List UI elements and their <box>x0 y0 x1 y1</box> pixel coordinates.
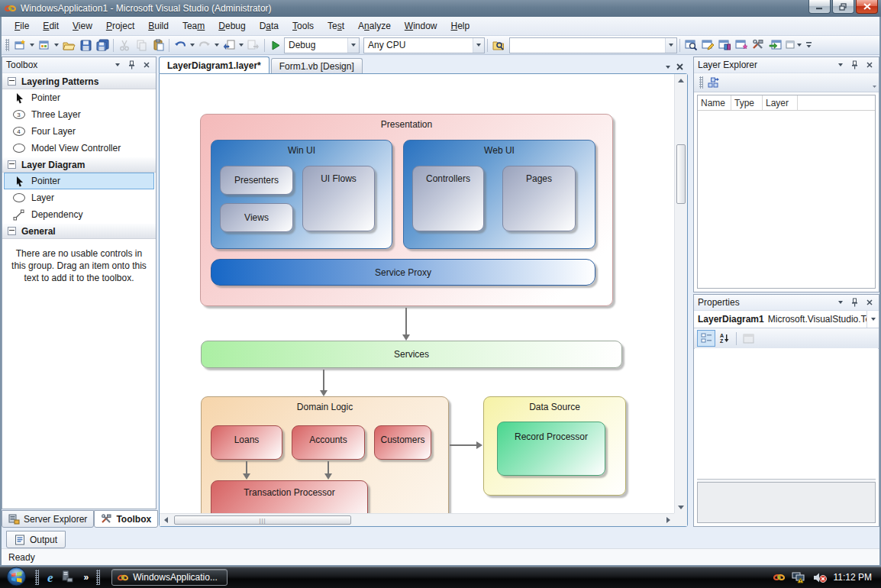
toolbox-item-three-layer[interactable]: 3 Three Layer <box>4 106 154 123</box>
tab-layerdiagram1[interactable]: LayerDiagram1.layer* <box>159 57 269 73</box>
paste-button[interactable] <box>150 37 166 53</box>
alphabetical-sort-button[interactable]: A Z <box>715 330 734 347</box>
start-button[interactable] <box>4 567 29 588</box>
properties-close-button[interactable] <box>863 297 875 308</box>
navigate-forward-button[interactable] <box>245 37 262 53</box>
quick-launch-overflow[interactable]: » <box>84 572 89 583</box>
layer-diagram-canvas[interactable]: Presentation Win UI Presenters Views UI … <box>160 74 674 513</box>
dependency-arrow[interactable] <box>323 370 324 391</box>
toolbar-overflow[interactable] <box>872 80 878 91</box>
taskbar-window-button[interactable]: WindowsApplicatio... <box>111 569 228 586</box>
menu-edit[interactable]: Edit <box>36 18 66 34</box>
dependency-arrow[interactable] <box>328 461 329 474</box>
vertical-scrollbar[interactable] <box>674 74 687 513</box>
server-explorer-tab[interactable]: Server Explorer <box>2 510 94 528</box>
toolbox-item-four-layer[interactable]: 4 Four Layer <box>4 123 154 140</box>
navigate-backward-dropdown[interactable] <box>237 37 245 53</box>
layer-customers[interactable]: Customers <box>374 425 431 460</box>
menu-project[interactable]: Project <box>99 18 141 34</box>
clock[interactable]: 11:12 PM <box>834 572 872 583</box>
toolbox-item-model-view-controller[interactable]: Model View Controller <box>4 140 154 157</box>
vs-tray-icon[interactable] <box>773 572 785 583</box>
properties-titlebar[interactable]: Properties <box>694 295 879 311</box>
redo-dropdown[interactable] <box>213 37 221 53</box>
scroll-up-button[interactable] <box>675 74 687 86</box>
toolbar-overflow-button[interactable] <box>803 37 814 53</box>
toolbox-section-layer-diagram[interactable]: Layer Diagram <box>2 157 156 173</box>
menu-help[interactable]: Help <box>444 18 477 34</box>
toolbox-button[interactable] <box>750 37 766 53</box>
toolbox-close-button[interactable] <box>140 60 152 70</box>
toolbox-item-pointer-selected[interactable]: Pointer <box>4 173 154 189</box>
solution-platform-combo[interactable]: Any CPU <box>363 37 485 53</box>
toolbar-grip[interactable] <box>699 76 703 89</box>
new-project-button[interactable] <box>11 37 28 53</box>
horizontal-scroll-thumb[interactable]: ||| <box>174 515 351 525</box>
document-list-dropdown[interactable] <box>666 66 670 69</box>
new-project-dropdown[interactable] <box>28 37 36 53</box>
layer-explorer-pin-button[interactable] <box>849 60 860 70</box>
find-combo[interactable] <box>509 37 677 53</box>
dependency-arrow[interactable] <box>405 308 407 335</box>
close-button[interactable] <box>856 0 878 14</box>
undo-dropdown[interactable] <box>189 37 196 53</box>
toolbar-grip[interactable] <box>5 39 9 51</box>
menu-tools[interactable]: Tools <box>286 18 321 34</box>
collapse-icon[interactable] <box>8 160 16 169</box>
layer-pages[interactable]: Pages <box>502 166 576 231</box>
column-type[interactable]: Type <box>731 95 763 110</box>
toolbox-item-pointer[interactable]: Pointer <box>4 89 154 106</box>
find-in-files-button[interactable] <box>490 37 507 53</box>
menu-test[interactable]: Test <box>321 18 351 34</box>
platform-dropdown[interactable] <box>473 38 484 53</box>
layer-explorer-close-button[interactable] <box>863 60 875 70</box>
internet-explorer-quicklaunch[interactable]: e <box>47 571 53 584</box>
properties-window-menu-button[interactable] <box>834 297 846 308</box>
column-layer[interactable]: Layer <box>763 95 798 110</box>
toolbox-pin-button[interactable] <box>126 60 137 70</box>
add-item-dropdown[interactable] <box>53 37 60 53</box>
layer-explorer-titlebar[interactable]: Layer Explorer <box>694 57 879 73</box>
start-page-button[interactable] <box>733 37 750 53</box>
undo-button[interactable] <box>172 37 189 53</box>
quick-launch-grip[interactable] <box>35 570 39 585</box>
save-all-button[interactable] <box>94 37 111 53</box>
save-button[interactable] <box>77 37 94 53</box>
horizontal-scrollbar[interactable]: ||| <box>160 513 674 526</box>
command-window-button[interactable] <box>766 37 783 53</box>
solution-explorer-button[interactable] <box>683 37 699 53</box>
layer-service-proxy[interactable]: Service Proxy <box>211 259 595 286</box>
menu-window[interactable]: Window <box>398 18 444 34</box>
layer-transaction-processor[interactable]: Transaction Processor <box>211 480 368 513</box>
configuration-dropdown[interactable] <box>347 38 359 53</box>
properties-pin-button[interactable] <box>849 297 860 308</box>
layer-accounts[interactable]: Accounts <box>292 425 365 460</box>
layer-loans[interactable]: Loans <box>211 425 282 460</box>
menu-analyze[interactable]: Analyze <box>351 18 398 34</box>
toolbox-titlebar[interactable]: Toolbox <box>2 57 156 73</box>
properties-object-combo[interactable]: LayerDiagram1 Microsoft.VisualStudio.Te <box>694 311 879 328</box>
restore-button[interactable] <box>832 0 854 14</box>
close-document-button[interactable] <box>676 63 683 70</box>
toolbox-item-layer[interactable]: Layer <box>4 189 154 206</box>
create-dependency-button[interactable] <box>705 75 722 91</box>
layer-ui-flows[interactable]: UI Flows <box>302 166 375 231</box>
server-manager-quicklaunch[interactable] <box>61 570 73 585</box>
menu-team[interactable]: Team <box>176 18 211 34</box>
toolbox-window-menu-button[interactable] <box>111 60 123 70</box>
scroll-right-button[interactable] <box>662 514 674 526</box>
scroll-down-button[interactable] <box>675 501 687 513</box>
output-tab[interactable]: Output <box>6 531 66 548</box>
object-browser-button[interactable] <box>716 37 733 53</box>
menu-data[interactable]: Data <box>253 18 286 34</box>
toolbox-section-layering-patterns[interactable]: Layering Patterns <box>2 73 156 89</box>
dependency-arrow[interactable] <box>450 444 477 446</box>
properties-window-button[interactable] <box>699 37 716 53</box>
menu-build[interactable]: Build <box>141 18 176 34</box>
menu-debug[interactable]: Debug <box>211 18 252 34</box>
volume-muted-icon[interactable] <box>813 572 827 583</box>
layer-explorer-window-menu-button[interactable] <box>834 60 846 70</box>
menu-file[interactable]: File <box>8 18 36 34</box>
toolbox-item-dependency[interactable]: Dependency <box>4 206 154 223</box>
find-dropdown[interactable] <box>665 38 676 53</box>
